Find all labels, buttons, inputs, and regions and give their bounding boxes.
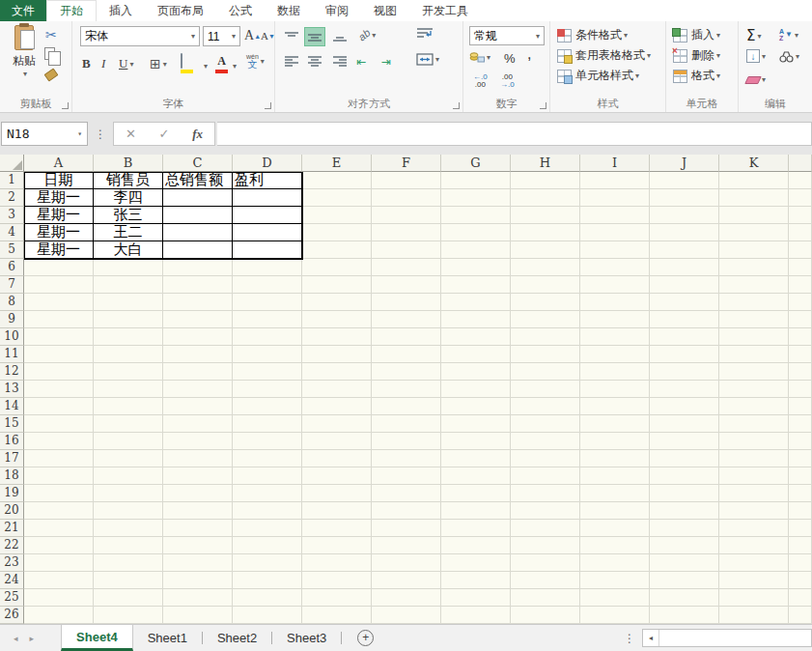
- cell-B23[interactable]: [94, 554, 163, 572]
- cell-A3[interactable]: 星期一: [24, 207, 94, 224]
- cell-A6[interactable]: [24, 259, 94, 276]
- cell-C13[interactable]: [163, 381, 233, 398]
- tab-开始[interactable]: 开始: [46, 0, 97, 21]
- cell-I19[interactable]: [580, 485, 650, 502]
- cell-K12[interactable]: [719, 363, 789, 381]
- cell-H10[interactable]: [511, 328, 580, 346]
- cell-K2[interactable]: [719, 189, 789, 207]
- cell-D9[interactable]: [233, 311, 302, 328]
- cell-J1[interactable]: [650, 172, 719, 189]
- cell-K5[interactable]: [719, 241, 789, 259]
- cell-partial-19[interactable]: [789, 485, 812, 502]
- cell-I8[interactable]: [580, 294, 650, 311]
- font-color-button[interactable]: A: [215, 54, 228, 73]
- cell-I24[interactable]: [580, 572, 650, 589]
- cell-partial-13[interactable]: [789, 381, 812, 398]
- cell-I21[interactable]: [580, 520, 650, 537]
- cell-E6[interactable]: [302, 259, 372, 276]
- cell-H4[interactable]: [511, 224, 580, 241]
- cell-C14[interactable]: [163, 398, 233, 415]
- cell-B2[interactable]: 李四: [94, 189, 163, 207]
- cell-B13[interactable]: [94, 381, 163, 398]
- cell-E11[interactable]: [302, 346, 372, 363]
- cell-A9[interactable]: [24, 311, 94, 328]
- cell-J9[interactable]: [650, 311, 719, 328]
- cell-I12[interactable]: [580, 363, 650, 381]
- cell-partial-12[interactable]: [789, 363, 812, 381]
- cell-A20[interactable]: [24, 502, 94, 520]
- cell-partial-2[interactable]: [789, 189, 812, 207]
- italic-button[interactable]: I: [101, 56, 105, 71]
- column-header-H[interactable]: H: [511, 155, 580, 172]
- cell-K24[interactable]: [719, 572, 789, 589]
- cell-B10[interactable]: [94, 328, 163, 346]
- cell-F1[interactable]: [372, 172, 441, 189]
- cell-F8[interactable]: [372, 294, 441, 311]
- cell-E10[interactable]: [302, 328, 372, 346]
- cell-H3[interactable]: [511, 207, 580, 224]
- font-name-input[interactable]: 宋体 ▾: [80, 26, 200, 46]
- cell-A23[interactable]: [24, 554, 94, 572]
- decrease-decimal-button[interactable]: .00→.0: [500, 73, 515, 89]
- middle-align-button[interactable]: [304, 27, 325, 46]
- cell-I9[interactable]: [580, 311, 650, 328]
- cell-H16[interactable]: [511, 433, 580, 450]
- row-header-21[interactable]: 21: [0, 520, 24, 537]
- wrap-text-button[interactable]: [416, 27, 434, 40]
- cell-K11[interactable]: [719, 346, 789, 363]
- select-all-corner[interactable]: [0, 155, 24, 172]
- cell-I17[interactable]: [580, 450, 650, 467]
- row-header-19[interactable]: 19: [0, 485, 24, 502]
- cell-F5[interactable]: [372, 241, 441, 259]
- cell-G4[interactable]: [441, 224, 511, 241]
- cell-I3[interactable]: [580, 207, 650, 224]
- cell-D24[interactable]: [233, 572, 302, 589]
- cell-F11[interactable]: [372, 346, 441, 363]
- column-header-G[interactable]: G: [441, 155, 511, 172]
- cell-A8[interactable]: [24, 294, 94, 311]
- sheet-tab-Sheet3[interactable]: Sheet3: [272, 625, 341, 651]
- cell-C6[interactable]: [163, 259, 233, 276]
- cell-partial-22[interactable]: [789, 537, 812, 554]
- row-header-8[interactable]: 8: [0, 294, 24, 311]
- tab-开发工具[interactable]: 开发工具: [409, 0, 481, 21]
- cell-F21[interactable]: [372, 520, 441, 537]
- alignment-dialog-launcher-icon[interactable]: [453, 102, 460, 109]
- cell-C18[interactable]: [163, 467, 233, 485]
- row-header-4[interactable]: 4: [0, 224, 24, 241]
- cell-I25[interactable]: [580, 589, 650, 607]
- cell-J23[interactable]: [650, 554, 719, 572]
- font-dialog-launcher-icon[interactable]: [265, 102, 271, 109]
- cell-H2[interactable]: [511, 189, 580, 207]
- comma-style-button[interactable]: ,: [527, 49, 531, 59]
- cell-J20[interactable]: [650, 502, 719, 520]
- cell-F24[interactable]: [372, 572, 441, 589]
- cell-partial-25[interactable]: [789, 589, 812, 607]
- cell-E17[interactable]: [302, 450, 372, 467]
- number-format-select[interactable]: 常规 ▾: [469, 26, 545, 45]
- fill-button[interactable]: ↓▾: [746, 49, 766, 63]
- cell-D25[interactable]: [233, 589, 302, 607]
- cell-D1[interactable]: 盈利: [233, 172, 302, 189]
- cell-partial-3[interactable]: [789, 207, 812, 224]
- cell-partial-21[interactable]: [789, 520, 812, 537]
- cell-D19[interactable]: [233, 485, 302, 502]
- cell-H12[interactable]: [511, 363, 580, 381]
- cell-I2[interactable]: [580, 189, 650, 207]
- cell-C5[interactable]: [163, 241, 233, 259]
- tab-页面布局[interactable]: 页面布局: [145, 0, 216, 21]
- row-header-20[interactable]: 20: [0, 502, 24, 520]
- sort-filter-button[interactable]: AZ▼ ▾: [779, 28, 798, 42]
- cut-button[interactable]: ✂: [45, 27, 57, 42]
- cell-partial-8[interactable]: [789, 294, 812, 311]
- cell-H9[interactable]: [511, 311, 580, 328]
- cell-partial-11[interactable]: [789, 346, 812, 363]
- row-header-15[interactable]: 15: [0, 415, 24, 433]
- cell-H11[interactable]: [511, 346, 580, 363]
- row-header-24[interactable]: 24: [0, 572, 24, 589]
- row-header-23[interactable]: 23: [0, 554, 24, 572]
- cell-K21[interactable]: [719, 520, 789, 537]
- cell-B20[interactable]: [94, 502, 163, 520]
- cell-D10[interactable]: [233, 328, 302, 346]
- cell-partial-18[interactable]: [789, 467, 812, 485]
